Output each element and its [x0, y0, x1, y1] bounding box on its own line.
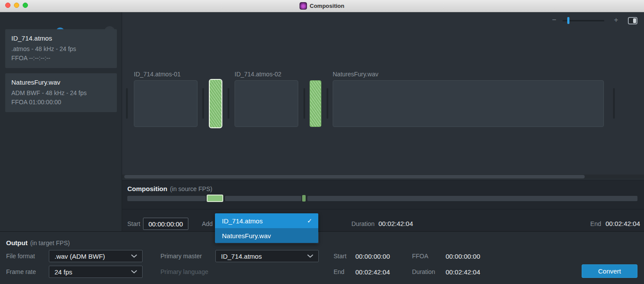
add-master-dropdown-menu: ID_714.atmos ✓ NaturesFury.wav: [215, 213, 318, 243]
out-duration-label-row: Duration: [412, 266, 435, 278]
out-ffoa-value: 00:00:00:00: [446, 253, 480, 260]
master-file-item-2[interactable]: NaturesFury.wav ADM BWF - 48 kHz - 24 fp…: [5, 73, 117, 112]
composition-title-row: Composition (in source FPS): [127, 185, 212, 192]
clip-handle[interactable]: [303, 88, 305, 119]
output-panel: Output (in target FPS) File format .wav …: [0, 231, 644, 284]
primary-language-label-row: Primary language: [160, 266, 208, 278]
minimap-green-segment[interactable]: [207, 195, 223, 202]
minimap-segment[interactable]: [307, 196, 637, 201]
timeline-canvas: − + ID_714.atmos-01 ID_714.atmos-02 Natu…: [122, 12, 644, 180]
primary-master-select[interactable]: ID_714.atmos: [215, 250, 319, 262]
title-wrap: Composition: [0, 0, 644, 12]
green-segment[interactable]: [310, 80, 321, 127]
menu-item-label: ID_714.atmos: [222, 217, 262, 225]
clip-block-3[interactable]: [333, 80, 604, 127]
clip-handle[interactable]: [327, 88, 328, 119]
chevron-down-icon: [131, 270, 137, 274]
primary-master-value: ID_714.atmos: [221, 253, 262, 260]
clip-block-2[interactable]: [235, 80, 298, 127]
master-file-ffoa: FFOA 01:00:00:00: [11, 98, 111, 107]
green-segment-selected[interactable]: [209, 79, 222, 128]
clip-label-2: ID_714.atmos-02: [235, 71, 281, 78]
composition-title: Composition: [127, 185, 167, 192]
zoom-slider-handle[interactable]: [567, 17, 569, 24]
end-value: 00:02:42:04: [606, 220, 640, 227]
chevron-down-icon: [307, 254, 313, 258]
out-ffoa-label-row: FFOA: [412, 250, 428, 262]
out-ffoa-label: FFOA: [412, 253, 428, 260]
frame-rate-select[interactable]: 24 fps: [49, 266, 143, 278]
frame-rate-label: Frame rate: [6, 268, 36, 275]
divider: [122, 209, 644, 209]
menu-item-naturesfury-wav[interactable]: NaturesFury.wav: [215, 228, 318, 243]
check-icon: ✓: [307, 217, 312, 224]
out-start-label-row: Start: [334, 250, 347, 262]
out-end-label: End: [334, 268, 344, 275]
file-format-label: File format: [6, 253, 35, 260]
out-start-value-row: 00:00:00:00: [355, 250, 390, 262]
clip-handle[interactable]: [228, 88, 229, 119]
master-file-format: ADM BWF - 48 kHz - 24 fps: [11, 89, 111, 98]
out-end-value: 00:02:42:04: [355, 268, 390, 276]
master-file-item-1[interactable]: ID_714.atmos .atmos - 48 kHz - 24 fps FF…: [5, 29, 117, 68]
file-format-label-row: File format: [6, 250, 35, 262]
duration-label: Duration: [351, 220, 375, 227]
frame-rate-label-row: Frame rate: [6, 266, 36, 278]
primary-master-label-row: Primary master: [160, 250, 202, 262]
file-format-value: .wav (ADM BWF): [55, 253, 105, 260]
out-end-label-row: End: [334, 266, 344, 278]
file-format-select[interactable]: .wav (ADM BWF): [49, 250, 143, 262]
convert-button[interactable]: Convert: [582, 264, 637, 278]
window-title: Composition: [310, 3, 344, 9]
clip-handle[interactable]: [613, 88, 615, 119]
out-start-label: Start: [334, 253, 347, 260]
add-label: Add: [202, 220, 213, 227]
out-ffoa-value-row: 00:00:00:00: [446, 250, 480, 262]
minimap-segment[interactable]: [225, 196, 301, 201]
out-duration-value: 00:02:42:04: [446, 268, 480, 276]
app-icon: [300, 2, 307, 10]
master-file-format: .atmos - 48 kHz - 24 fps: [11, 44, 111, 54]
output-title-row: Output (in target FPS): [6, 239, 70, 246]
master-file-ffoa: FFOA --:--:--:--: [11, 54, 111, 63]
primary-master-label: Primary master: [160, 253, 202, 260]
out-duration-label: Duration: [412, 268, 435, 275]
output-subtitle: (in target FPS): [30, 240, 70, 246]
minimap-segment[interactable]: [127, 196, 206, 201]
out-duration-value-row: 00:02:42:04: [446, 266, 480, 278]
composition-subtitle: (in source FPS): [170, 185, 212, 192]
zoom-out-button[interactable]: −: [552, 16, 556, 24]
horizontal-scrollbar-thumb[interactable]: [124, 175, 585, 178]
clip-label-1: ID_714.atmos-01: [134, 71, 181, 78]
minimap-green-tick[interactable]: [302, 195, 306, 202]
end-label: End: [590, 220, 601, 227]
menu-item-id-714-atmos[interactable]: ID_714.atmos ✓: [215, 213, 318, 228]
menu-item-label: NaturesFury.wav: [222, 232, 271, 240]
clip-label-3: NaturesFury.wav: [333, 71, 378, 78]
end-wrap: End 00:02:42:04: [590, 220, 640, 227]
master-file-name: NaturesFury.wav: [11, 79, 111, 86]
master-file-name: ID_714.atmos: [11, 34, 111, 42]
composition-panel: Composition (in source FPS) Start Add Du…: [122, 180, 644, 231]
panel-toggle-icon[interactable]: [628, 17, 637, 24]
frame-rate-value: 24 fps: [55, 268, 72, 276]
zoom-in-button[interactable]: +: [614, 16, 618, 24]
clip-handle[interactable]: [202, 88, 204, 119]
out-start-value: 00:00:00:00: [355, 253, 390, 260]
clip-block-1[interactable]: [134, 80, 198, 127]
chevron-down-icon: [131, 254, 137, 258]
start-timecode-input[interactable]: [143, 218, 188, 230]
clip-handle[interactable]: [126, 88, 128, 119]
primary-language-label: Primary language: [160, 268, 208, 275]
sidebar: MASTER FILES 2 ID_714.atmos .atmos - 48 …: [0, 12, 122, 231]
start-label: Start: [127, 220, 140, 227]
titlebar: Composition: [0, 0, 644, 12]
composition-controls: Start Add Duration 00:02:42:04 End 00:02…: [122, 217, 644, 231]
duration-value: 00:02:42:04: [378, 220, 413, 227]
output-title: Output: [6, 239, 27, 246]
out-end-value-row: 00:02:42:04: [355, 266, 390, 278]
app-window: Composition MASTER FILES 2 ID_714.atmos …: [0, 0, 644, 284]
